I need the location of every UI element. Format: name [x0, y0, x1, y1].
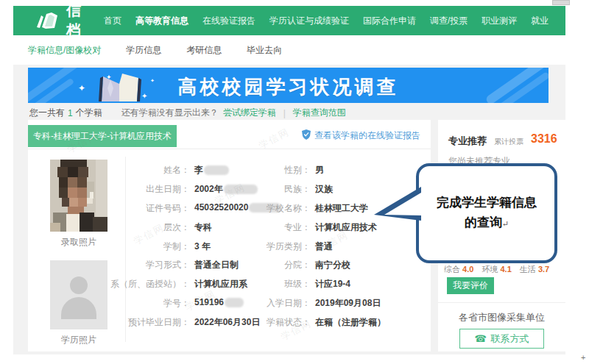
phone-icon: ☎	[474, 333, 486, 344]
field-label: 系（所、函授站）：	[99, 278, 190, 290]
resize-cursor-artifact: +	[581, 353, 585, 362]
write-review-button[interactable]: 我要评价	[447, 277, 494, 294]
subnav-degree-info[interactable]: 学历信息	[126, 44, 161, 57]
nav-higher-education[interactable]: 高等教育信息	[135, 15, 188, 27]
field-value-degree-type: 普通	[315, 240, 333, 253]
field-label: 学习形式：	[118, 259, 190, 271]
votes-label: 累计投票	[494, 137, 523, 147]
field-value-birthdate: 2002年	[194, 183, 258, 196]
banner-title: 高校校园学习状况调查	[28, 74, 549, 100]
field-label: 专业：	[249, 221, 311, 234]
annotation-callout-bubble: 完成学生学籍信息的查询↵	[416, 163, 557, 263]
rating-value: 4.0	[462, 265, 473, 274]
field-label: 学历类别：	[249, 240, 311, 253]
nav-employment[interactable]: 就业	[531, 15, 549, 27]
rating-label: 环境	[482, 265, 498, 274]
field-label: 学籍状态：	[249, 316, 311, 329]
field-value-major: 计算机应用技术	[315, 221, 377, 234]
user-icon	[565, 15, 579, 27]
browser-scrollbar-stub[interactable]	[552, 0, 570, 5]
field-label: 班级：	[249, 278, 311, 290]
field-label: 证件号码：	[118, 202, 190, 215]
field-label: 性别：	[249, 164, 311, 176]
field-value-student-number: 519196	[194, 297, 244, 307]
rating-label: 综合	[444, 265, 460, 274]
user-menu[interactable]: 个人中心	[565, 15, 589, 27]
field-value-ethnicity: 汉族	[315, 183, 333, 196]
field-label: 民族：	[249, 183, 311, 196]
field-value-school: 桂林理工大学	[315, 202, 368, 215]
rating-label: 生活	[520, 265, 536, 274]
major-recommend-title: 专业推荐	[448, 135, 487, 148]
field-label: 学号：	[118, 297, 190, 310]
field-value-department: 计算机应用系	[194, 278, 247, 290]
survey-banner[interactable]: ✦ ✦ ✦ ✦ 高校校园学习状况调查	[28, 68, 549, 103]
page: 学信档案 首页 高等教育信息 在线验证报告 学历认证与成绩验证 国际合作申请 调…	[0, 0, 589, 364]
field-label: 预计毕业日期：	[99, 316, 190, 329]
separator: |	[283, 108, 286, 118]
student-record-card: 专科-桂林理工大学-计算机应用技术 查看该学籍的在线验证报告	[28, 120, 431, 351]
field-value-level: 专科	[194, 221, 212, 234]
rating-value: 3.7	[538, 265, 549, 274]
enrollment-summary: 您一共有 1 个学籍 还有学籍没有显示出来？ 尝试绑定学籍 | 学籍查询范围	[29, 107, 346, 119]
summary-prefix: 您一共有	[29, 107, 65, 119]
field-value-enrollment-status: 在籍（注册学籍）	[315, 316, 386, 329]
school-ratings: 综合 4.0 环境 4.1 生活 3.7	[444, 264, 555, 275]
field-label: 出生日期：	[118, 183, 190, 196]
nav-online-verification[interactable]: 在线验证报告	[202, 15, 255, 27]
rating-value: 4.1	[500, 265, 511, 274]
enrollment-count: 1	[68, 108, 73, 118]
contact-button[interactable]: ☎ 联系方式	[459, 329, 544, 349]
field-label: 学校名称：	[249, 202, 311, 215]
field-value-branch: 南宁分校	[315, 259, 350, 271]
field-value-class: 计应19-4	[315, 278, 350, 290]
field-value-duration: 3 年	[194, 240, 211, 253]
field-value-enrollment-date: 2019年09月08日	[315, 297, 381, 310]
image-collection-title: 各省市图像采集单位	[438, 311, 565, 324]
bind-enrollment-link[interactable]: 尝试绑定学籍	[223, 107, 276, 119]
field-label: 姓名：	[118, 164, 190, 176]
field-label: 学制：	[118, 240, 190, 253]
field-value-gender: 男	[315, 164, 324, 176]
book-logo-icon	[35, 11, 60, 30]
sidebar-divider	[438, 302, 565, 303]
field-label: 层次：	[118, 221, 190, 234]
nav-international-cooperation[interactable]: 国际合作申请	[363, 15, 416, 27]
main-nav: 首页 高等教育信息 在线验证报告 学历认证与成绩验证 国际合作申请 调查/投票 …	[104, 15, 562, 27]
nav-survey-vote[interactable]: 调查/投票	[430, 15, 468, 27]
field-value-study-form: 普通全日制	[194, 259, 239, 271]
user-menu-label: 个人中心	[579, 15, 589, 27]
enter-mark: ↵	[502, 219, 509, 228]
student-fields: 姓名：李 出生日期：2002年 证件号码：45032520020 层次：专科 学…	[28, 120, 431, 351]
redaction-blur	[225, 298, 244, 307]
subnav-postgrad-info[interactable]: 考研信息	[186, 44, 222, 57]
nav-credential-verification[interactable]: 学历认证与成绩验证	[269, 15, 349, 27]
nav-career-test[interactable]: 职业测评	[482, 15, 517, 27]
subnav-enrollment-info[interactable]: 学籍信息/图像校对	[28, 44, 101, 57]
callout-text: 完成学生学籍信息的查询↵	[435, 193, 538, 234]
callout-tail	[373, 185, 421, 229]
field-value-name: 李	[194, 164, 229, 176]
votes-count: 3316	[531, 132, 557, 146]
field-label: 分院：	[249, 259, 311, 271]
top-header: 学信档案 首页 高等教育信息 在线验证报告 学历认证与成绩验证 国际合作申请 调…	[13, 6, 565, 35]
sub-nav: 学籍信息/图像校对 学历信息 考研信息 毕业去向	[13, 35, 565, 65]
summary-suffix: 个学籍	[76, 107, 102, 119]
field-label: 入学日期：	[249, 297, 311, 310]
nav-home[interactable]: 首页	[104, 15, 121, 27]
subnav-graduation-destination[interactable]: 毕业去向	[247, 44, 282, 57]
summary-question: 还有学籍没有显示出来？	[121, 107, 219, 119]
query-scope-link[interactable]: 学籍查询范围	[293, 107, 346, 119]
redaction-blur	[204, 165, 229, 175]
